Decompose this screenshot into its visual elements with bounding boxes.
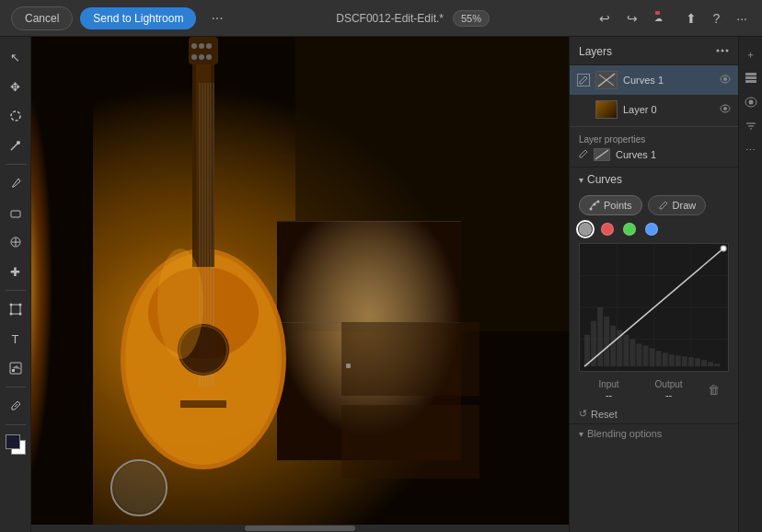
curves-graph[interactable] xyxy=(579,243,729,372)
healing-tool[interactable]: ✚ xyxy=(3,259,29,284)
channel-red-dot[interactable] xyxy=(601,223,614,236)
curves-draw-button[interactable]: Draw xyxy=(648,195,707,215)
send-to-lightroom-button[interactable]: Send to Lightroom xyxy=(80,7,196,29)
channel-dots xyxy=(570,219,738,239)
select-tool[interactable]: ↖ xyxy=(3,44,29,70)
svg-point-10 xyxy=(18,304,21,306)
input-col: Input -- xyxy=(579,379,639,400)
brush-tool[interactable] xyxy=(3,170,29,196)
svg-rect-93 xyxy=(745,80,756,83)
svg-point-43 xyxy=(113,462,165,514)
curves-section: ▾ Curves Points Draw xyxy=(570,168,738,532)
curves-toggle-icon: ▾ xyxy=(579,175,583,185)
svg-point-46 xyxy=(199,43,204,49)
layer-visibility-layer0[interactable] xyxy=(720,104,731,115)
svg-rect-40 xyxy=(180,400,226,408)
cancel-button[interactable]: Cancel xyxy=(11,6,73,30)
redo-button[interactable]: ↪ xyxy=(623,7,641,29)
svg-rect-77 xyxy=(629,340,635,367)
svg-line-16 xyxy=(15,404,17,407)
svg-rect-81 xyxy=(656,351,662,366)
panel-divider-1 xyxy=(570,126,738,127)
more-top-right-button[interactable]: ··· xyxy=(733,7,751,29)
svg-rect-87 xyxy=(695,358,700,366)
layers-options-button[interactable] xyxy=(716,44,729,59)
svg-point-45 xyxy=(191,43,197,49)
document-title: DSCF0012-Edit-Edit.* xyxy=(336,12,444,25)
svg-line-54 xyxy=(598,74,615,87)
more-options-button[interactable]: ··· xyxy=(203,6,230,30)
layer-properties-row: Curves 1 xyxy=(579,148,729,161)
svg-text:☁: ☁ xyxy=(654,14,663,23)
svg-rect-14 xyxy=(12,369,15,372)
curves-section-header[interactable]: ▾ Curves xyxy=(570,168,738,191)
svg-rect-89 xyxy=(708,362,713,366)
lasso-tool[interactable] xyxy=(3,103,29,129)
eye-toggle-button[interactable] xyxy=(741,92,761,112)
svg-point-92 xyxy=(721,246,726,251)
blending-toggle-icon: ▾ xyxy=(579,429,583,439)
io-values-row: Input -- Output -- 🗑 xyxy=(570,376,738,404)
svg-point-52 xyxy=(722,50,724,52)
svg-rect-25 xyxy=(341,405,479,479)
canvas-area[interactable] xyxy=(31,37,569,532)
blending-options-label: Blending options xyxy=(587,428,662,439)
svg-rect-44 xyxy=(189,37,218,64)
panel-container: Layers Curves 1 xyxy=(569,37,762,532)
help-button[interactable]: ? xyxy=(710,7,724,29)
canvas-image xyxy=(31,37,569,532)
delete-point-button[interactable]: 🗑 xyxy=(708,381,720,399)
foreground-color-swatch[interactable] xyxy=(6,434,20,449)
layers-view-button[interactable] xyxy=(741,68,761,88)
svg-rect-80 xyxy=(650,348,655,366)
svg-rect-85 xyxy=(682,356,687,366)
eraser-tool[interactable] xyxy=(3,200,29,226)
channel-green-dot[interactable] xyxy=(623,223,636,236)
clone-tool[interactable] xyxy=(3,229,29,255)
zoom-level[interactable]: 55% xyxy=(453,10,490,27)
svg-rect-4 xyxy=(11,211,20,217)
layer-item-curves1[interactable]: Curves 1 xyxy=(570,65,738,95)
curves-points-button[interactable]: Points xyxy=(579,195,642,215)
layer-visibility-curves[interactable] xyxy=(720,75,731,86)
svg-rect-31 xyxy=(196,37,211,267)
layers-panel-header: Layers xyxy=(570,37,738,65)
layer-properties-name: Curves 1 xyxy=(616,149,656,160)
svg-point-53 xyxy=(726,50,729,52)
transform-tool[interactable] xyxy=(3,296,29,322)
svg-rect-88 xyxy=(701,360,707,366)
toolbar-divider-1 xyxy=(6,164,26,165)
right-strip: ＋ ⋯ xyxy=(738,37,762,532)
topbar-right-icons: ↩ ↪ ☁ ⬆ ? ··· xyxy=(595,6,751,29)
layer-name-layer0: Layer 0 xyxy=(623,104,714,115)
eyedropper-tool[interactable] xyxy=(3,393,29,419)
reset-button[interactable]: Reset xyxy=(591,409,618,420)
layer-properties-title: Layer properties xyxy=(579,134,729,145)
color-swatches[interactable] xyxy=(6,434,26,455)
scrollbar-thumb[interactable] xyxy=(245,526,355,531)
filter-button[interactable] xyxy=(741,116,761,136)
document-title-area: DSCF0012-Edit-Edit.* 55% xyxy=(238,12,588,25)
type-tool[interactable]: T xyxy=(3,326,29,352)
canvas-scrollbar[interactable] xyxy=(31,525,569,532)
channel-rgb-dot[interactable] xyxy=(579,223,592,236)
add-layer-button[interactable]: ＋ xyxy=(741,44,761,64)
gallery-tool[interactable] xyxy=(3,355,29,381)
magic-wand-tool[interactable] xyxy=(3,133,29,158)
layer-thumbnail-curves xyxy=(595,71,618,89)
more-options-strip-button[interactable]: ⋯ xyxy=(741,140,761,160)
cloud-button[interactable]: ☁ xyxy=(651,6,673,29)
blending-options-row[interactable]: ▾ Blending options xyxy=(570,423,738,443)
svg-marker-15 xyxy=(12,365,21,369)
undo-button[interactable]: ↩ xyxy=(595,7,614,29)
reset-icon: ↺ xyxy=(579,408,587,420)
layer-thumbnail-photo xyxy=(595,100,618,119)
right-panel: Layers Curves 1 xyxy=(569,37,738,532)
share-button[interactable]: ⬆ xyxy=(682,7,700,29)
layer-item-layer0[interactable]: Layer 0 xyxy=(570,95,738,124)
layers-list: Curves 1 Layer 0 xyxy=(570,65,738,124)
channel-blue-dot[interactable] xyxy=(645,223,658,236)
layer-props-edit-btn[interactable] xyxy=(579,149,588,160)
svg-rect-94 xyxy=(745,76,756,79)
move-tool[interactable]: ✥ xyxy=(3,74,29,99)
